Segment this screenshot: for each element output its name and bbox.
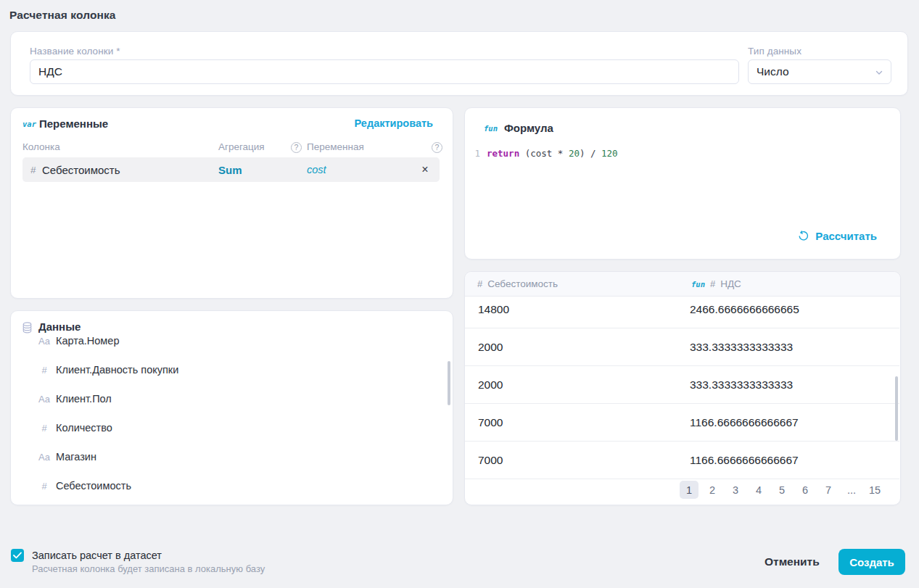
remove-variable-icon[interactable]: × — [418, 162, 432, 177]
fun-badge-icon: fun — [691, 280, 705, 289]
dataset-field-name: Клиент.Пол — [56, 393, 112, 405]
pagination-page-5[interactable]: 5 — [772, 481, 791, 499]
pagination-page-...[interactable]: ... — [842, 481, 861, 499]
var-badge-icon: var — [22, 120, 36, 128]
dataset-field-name: Количество — [56, 422, 112, 434]
page-title: Расчетная колонка — [9, 9, 116, 22]
number-type-icon: # — [477, 278, 482, 289]
code-line-number: 1 — [474, 148, 480, 159]
variables-panel-header: var Переменные Редактировать — [22, 117, 441, 133]
variable-help-icon[interactable]: ? — [432, 142, 442, 153]
save-to-dataset-sublabel: Расчетная колонка будет записана в локал… — [32, 563, 265, 574]
data-type-value: Число — [757, 65, 789, 78]
data-list-scrollbar[interactable] — [448, 361, 450, 405]
text-type-icon: Аа — [36, 336, 53, 347]
text-type-icon: Аа — [36, 394, 53, 405]
column-name-label: Название колонки * — [30, 46, 120, 57]
chevron-down-icon — [875, 68, 883, 77]
number-type-icon: # — [36, 481, 53, 492]
formula-code-text: return (cost * 20) / 120 — [487, 148, 618, 159]
results-column-cost: #Себестоимость — [477, 278, 558, 289]
pagination-page-4[interactable]: 4 — [749, 481, 768, 499]
dataset-field-name: Себестоимость — [56, 480, 131, 492]
results-table-row: 148002466.6666666666665 — [465, 297, 899, 328]
dataset-field-list: АаКарта.Номер#Клиент.Давность покупкиАаК… — [22, 333, 441, 499]
pagination-page-3[interactable]: 3 — [726, 481, 745, 499]
results-table-panel: #Себестоимость fun#НДС 148002466.6666666… — [464, 271, 901, 505]
pagination-page-1[interactable]: 1 — [680, 481, 698, 499]
dataset-field-item[interactable]: #Количество — [22, 413, 441, 442]
formula-panel-title: Формула — [504, 122, 553, 134]
pagination-page-6[interactable]: 6 — [796, 481, 815, 499]
number-type-icon: # — [710, 278, 715, 289]
create-button[interactable]: Создать — [838, 549, 905, 575]
edit-variables-link[interactable]: Редактировать — [355, 117, 433, 129]
data-panel-title: Данные — [38, 320, 81, 333]
column-header-aggregation: Агрегация — [218, 141, 265, 152]
vat-value-cell: 2466.6666666666665 — [690, 303, 799, 316]
number-type-icon: # — [36, 365, 53, 376]
results-table-row: 70001166.6666666666667 — [465, 404, 899, 442]
calculate-button[interactable]: Рассчитать — [798, 228, 877, 243]
results-table-scrollbar[interactable] — [895, 376, 898, 441]
vat-value-cell: 1166.6666666666667 — [690, 454, 799, 467]
formula-panel: fun Формула 1return (cost * 20) / 120 Ра… — [464, 107, 901, 260]
variables-panel-title: Переменные — [39, 117, 108, 130]
variables-table-header: Колонка Агрегация ? Переменная ? — [22, 141, 441, 156]
text-type-icon: Аа — [36, 452, 53, 463]
number-type-icon: # — [30, 165, 36, 175]
checkmark-icon — [12, 551, 22, 560]
dataset-field-name: Карта.Номер — [56, 335, 119, 347]
code-token-plain: ) / — [580, 148, 601, 159]
cancel-button[interactable]: Отменить — [765, 555, 820, 568]
pagination-page-7[interactable]: 7 — [819, 481, 838, 499]
results-table-row: 70001166.6666666666667 — [465, 442, 899, 479]
code-token-number: 20 — [569, 148, 580, 159]
calculated-column-dialog: Расчетная колонка Название колонки * Тип… — [0, 0, 919, 588]
formula-code-editor[interactable]: 1return (cost * 20) / 120 — [474, 148, 889, 162]
calculate-label: Рассчитать — [815, 230, 877, 242]
data-type-label: Тип данных — [748, 46, 801, 57]
dataset-field-name: Клиент.Давность покупки — [56, 364, 178, 376]
aggregation-help-icon[interactable]: ? — [291, 142, 302, 153]
dataset-field-item[interactable]: #Себестоимость — [22, 471, 441, 499]
save-to-dataset-label: Записать расчет в датасет — [32, 550, 162, 561]
cost-value-cell: 7000 — [478, 454, 503, 467]
vat-value-cell: 1166.6666666666667 — [690, 416, 799, 429]
number-type-icon: # — [36, 423, 53, 434]
column-header-variable: Переменная — [307, 141, 364, 152]
fun-badge-icon: fun — [484, 124, 498, 133]
vat-value-cell: 333.3333333333333 — [690, 341, 793, 354]
refresh-icon — [798, 231, 809, 241]
cost-value-cell: 14800 — [478, 303, 509, 316]
results-column-vat: fun#НДС — [691, 278, 741, 289]
dataset-field-item[interactable]: АаКлиент.Пол — [22, 384, 441, 413]
pagination: 1234567...15 — [465, 478, 900, 505]
variables-panel: var Переменные Редактировать Колонка Агр… — [10, 107, 453, 299]
dataset-field-item[interactable]: АаКарта.Номер — [22, 333, 441, 355]
column-name-input[interactable] — [30, 59, 739, 84]
dataset-field-name: Магазин — [56, 451, 96, 463]
pagination-page-15[interactable]: 15 — [865, 481, 884, 499]
results-table-row: 2000333.3333333333333 — [465, 366, 899, 404]
cost-value-cell: 7000 — [478, 416, 503, 429]
variable-name[interactable]: cost — [307, 164, 326, 175]
pagination-page-2[interactable]: 2 — [703, 481, 722, 499]
code-token-plain: (cost * — [519, 148, 569, 159]
vat-value-cell: 333.3333333333333 — [690, 378, 793, 392]
column-settings-card: Название колонки * Тип данных Число — [10, 31, 908, 96]
variable-aggregation[interactable]: Sum — [218, 164, 242, 176]
save-to-dataset-checkbox[interactable] — [11, 549, 24, 562]
results-table-header: #Себестоимость fun#НДС — [465, 272, 900, 297]
results-table-row: 2000333.3333333333333 — [465, 328, 899, 366]
results-column-vat-label: НДС — [720, 278, 741, 289]
data-panel: Данные АаКарта.Номер#Клиент.Давность пок… — [10, 310, 453, 505]
column-header-column: Колонка — [22, 141, 60, 152]
variable-column-name: Себестоимость — [42, 164, 120, 176]
code-token-keyword: return — [487, 148, 519, 159]
dataset-field-item[interactable]: АаМагазин — [22, 442, 441, 471]
data-type-select[interactable]: Число — [748, 59, 891, 84]
code-token-number: 120 — [601, 148, 618, 159]
dataset-field-item[interactable]: #Клиент.Давность покупки — [22, 355, 441, 384]
cost-value-cell: 2000 — [478, 341, 503, 354]
